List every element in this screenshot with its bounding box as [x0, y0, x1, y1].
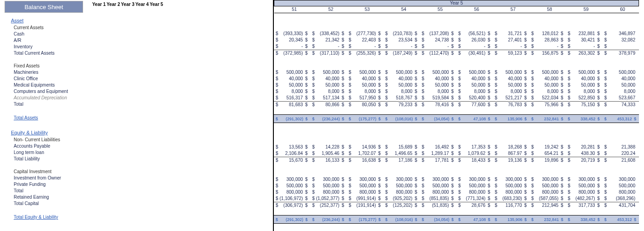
cell[interactable]: $8,000 — [602, 88, 639, 95]
month-header-52[interactable]: 52 — [310, 6, 347, 13]
cell[interactable]: $40,000 $ — [274, 76, 310, 82]
cell[interactable]: $(125,202) $ — [383, 202, 420, 209]
cell[interactable]: $20,719 $ — [566, 157, 602, 164]
cell[interactable]: $500,000 $ — [274, 69, 310, 76]
cell[interactable]: $40,000 — [602, 76, 639, 82]
cell[interactable]: $16,492 $ — [420, 144, 456, 150]
cell[interactable]: $15,670 $ — [274, 157, 310, 164]
cell[interactable]: $(187,249) $ — [383, 50, 420, 57]
cell[interactable]: $50,000 $ — [310, 82, 347, 88]
cell[interactable]: $500,000 — [602, 69, 639, 76]
cell[interactable]: $300,000 $ — [456, 176, 493, 183]
cell[interactable]: $80,866 $ — [310, 102, 347, 108]
cell[interactable]: $(255,326) $ — [347, 50, 383, 57]
cell[interactable]: $500,000 — [602, 183, 639, 189]
cell[interactable]: $(252,377) $ — [310, 202, 347, 209]
cell[interactable]: $300,000 $ — [420, 176, 456, 183]
cell[interactable]: $522,034 $ — [529, 95, 566, 102]
cell[interactable]: $500,000 $ — [529, 69, 566, 76]
cell[interactable]: $516,317 $ — [274, 95, 310, 102]
cell[interactable]: $500,000 $ — [566, 183, 602, 189]
cell[interactable]: $(236,244) $ — [310, 216, 347, 224]
cell[interactable]: $263,302 $ — [566, 50, 602, 57]
cell[interactable]: $- $ — [529, 43, 566, 50]
cell[interactable]: $30,421 $ — [566, 37, 602, 43]
cell[interactable]: $8,000 $ — [274, 88, 310, 95]
cell[interactable]: $8,000 $ — [420, 88, 456, 95]
cell[interactable]: $23,534 $ — [383, 37, 420, 43]
cell[interactable]: $232,841 $ — [529, 115, 566, 123]
cell[interactable]: $(683,230) $ — [493, 195, 529, 202]
cell[interactable]: $(108,016) $ — [383, 115, 420, 123]
cell[interactable]: $500,000 $ — [456, 183, 493, 189]
cell[interactable]: $500,000 $ — [310, 69, 347, 76]
cell[interactable]: $338,452 $ — [566, 216, 602, 224]
cell[interactable]: $31,721 $ — [493, 31, 529, 37]
cell[interactable]: $75,966 $ — [529, 102, 566, 108]
cell[interactable]: $76,783 $ — [493, 102, 529, 108]
cell[interactable]: $500,000 $ — [529, 183, 566, 189]
cell[interactable]: $17,186 $ — [383, 157, 420, 164]
cell[interactable]: $78,416 $ — [420, 102, 456, 108]
cell[interactable]: $50,000 $ — [529, 82, 566, 88]
month-header-53[interactable]: 53 — [347, 6, 383, 13]
cell[interactable]: $1,079.62 $ — [456, 150, 493, 157]
cell[interactable]: $(108,016) $ — [383, 216, 420, 224]
cell[interactable]: $(1,052,377) $ — [310, 195, 347, 202]
cell[interactable]: $(771,324) $ — [456, 195, 493, 202]
cell[interactable]: $27,401 $ — [493, 37, 529, 43]
cell[interactable]: $800,000 $ — [420, 189, 456, 195]
cell[interactable]: $300,000 $ — [274, 176, 310, 183]
cell[interactable]: $300,000 $ — [347, 176, 383, 183]
cell[interactable]: $40,000 $ — [566, 76, 602, 82]
cell[interactable]: $1,905.46 $ — [310, 150, 347, 157]
cell[interactable]: $- $ — [456, 43, 493, 50]
cell[interactable]: $14,936 $ — [347, 144, 383, 150]
year-header-3[interactable]: Year 3 — [121, 2, 134, 7]
cell[interactable]: $(30,491) $ — [456, 50, 493, 57]
cell[interactable]: $- $ — [420, 43, 456, 50]
cell[interactable]: $300,000 — [602, 176, 639, 183]
cell[interactable]: $500,000 $ — [493, 183, 529, 189]
cell[interactable]: $50,000 $ — [566, 82, 602, 88]
cell[interactable]: $453,312 $ — [602, 216, 639, 224]
cell[interactable]: $50,000 — [602, 82, 639, 88]
cell[interactable]: $128,012 $ — [529, 31, 566, 37]
cell[interactable]: $(306,972) $ — [274, 202, 310, 209]
cell[interactable]: $(191,914) $ — [347, 202, 383, 209]
cell[interactable]: $522,850 $ — [566, 95, 602, 102]
month-header-59[interactable]: 59 — [566, 6, 602, 13]
cell[interactable]: $520,400 $ — [456, 95, 493, 102]
cell[interactable]: $28,863 $ — [529, 37, 566, 43]
cell[interactable]: $19,136 $ — [493, 157, 529, 164]
year-header-2[interactable]: Year 2 — [106, 2, 120, 7]
cell[interactable]: $19,896 $ — [529, 157, 566, 164]
cell[interactable]: $- $ — [310, 43, 347, 50]
cell[interactable]: $1,289.17 $ — [420, 150, 456, 157]
cell[interactable]: $523,667 — [602, 95, 639, 102]
cell[interactable]: $232,841 $ — [529, 216, 566, 224]
cell[interactable]: $50,000 $ — [456, 82, 493, 88]
year-header-1[interactable]: Year 1 — [92, 2, 105, 7]
cell[interactable]: $(393,330) $ — [274, 31, 310, 37]
cell[interactable]: $500,000 $ — [493, 69, 529, 76]
cell[interactable]: $8,000 $ — [310, 88, 347, 95]
cell[interactable]: $300,000 $ — [493, 176, 529, 183]
cell[interactable]: $- $ — [383, 43, 420, 50]
cell[interactable]: $800,000 — [602, 189, 639, 195]
cell[interactable]: $8,000 $ — [456, 88, 493, 95]
cell[interactable]: $317,733 $ — [566, 202, 602, 209]
cell[interactable]: $50,000 $ — [420, 82, 456, 88]
cell[interactable]: $8,000 $ — [566, 88, 602, 95]
cell[interactable]: $500,000 $ — [347, 183, 383, 189]
cell[interactable]: $(175,277) $ — [347, 216, 383, 224]
cell[interactable]: $8,000 $ — [493, 88, 529, 95]
year-header-4[interactable]: Year 4 — [135, 2, 148, 7]
cell[interactable]: $18,268 $ — [493, 144, 529, 150]
cell[interactable]: $800,000 $ — [566, 189, 602, 195]
cell[interactable]: $50,000 $ — [274, 82, 310, 88]
cell[interactable]: $32,082 — [602, 37, 639, 43]
cell[interactable]: $135,906 $ — [493, 216, 529, 224]
cell[interactable]: $40,000 $ — [529, 76, 566, 82]
cell[interactable]: $300,000 $ — [529, 176, 566, 183]
